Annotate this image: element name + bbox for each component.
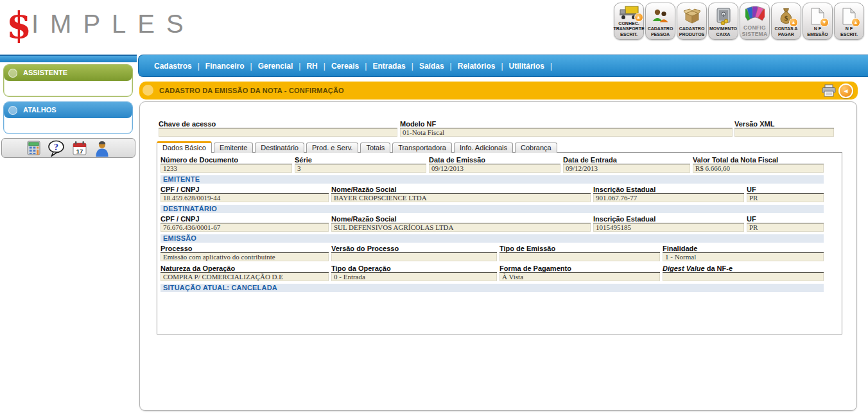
menu-separator: | bbox=[412, 62, 413, 71]
field-serie: Série 3 bbox=[295, 156, 426, 173]
field-modelo-nf: Modelo NF 01-Nota Fiscal bbox=[400, 120, 733, 137]
field-destinatario-inscricao-estadual: Inscrição Estadual 1015495185 bbox=[593, 215, 744, 232]
toolbar-button-conhec-transporte-escrit[interactable]: CONHEC. TRANSPORTE ESCRIT. bbox=[614, 3, 644, 40]
tab-transportadora[interactable]: Transportadora bbox=[392, 143, 452, 153]
row-operacao: Natureza da Operação COMPRA P/ COMERCIAL… bbox=[161, 264, 824, 281]
field-data-emissao: Data de Emissão 09/12/2013 bbox=[429, 156, 560, 173]
row-emitente: CPF / CNPJ 18.459.628/0019-44 Nome/Razão… bbox=[161, 186, 824, 202]
field-emitente-uf: UF PR bbox=[747, 186, 824, 202]
field-digest-value: Digest Value da NF-e bbox=[663, 264, 824, 281]
menu-separator: | bbox=[324, 62, 326, 71]
form-tabs: Dados Básico Emitente Destinatário Prod.… bbox=[157, 141, 557, 153]
svg-text:?: ? bbox=[54, 142, 58, 152]
sidebar-assistente-header[interactable]: ASSISTENTE bbox=[4, 65, 132, 81]
page-titlebar: CADASTRO DA EMISSÃO DA NOTA - CONFIRMAÇÃ… bbox=[139, 82, 858, 100]
field-processo: Processo Emissão com aplicativo do contr… bbox=[161, 245, 329, 261]
menu-item-cereais[interactable]: Cereais bbox=[331, 62, 359, 71]
section-header-emitente: EMITENTE bbox=[161, 175, 824, 184]
svg-text:$: $ bbox=[785, 13, 788, 21]
toolbar-button-label: CONHEC. TRANSPORTE ESCRIT. bbox=[613, 21, 644, 37]
palette-icon bbox=[745, 4, 765, 24]
up-arrow-badge-icon bbox=[789, 18, 798, 27]
toolbar-button-nf-emissao[interactable]: N F EMISSÃO bbox=[803, 3, 833, 40]
toolbar-button-label: CONFIG SISTEMA bbox=[742, 24, 768, 37]
document-down-icon bbox=[810, 6, 825, 26]
tab-totais[interactable]: Totais bbox=[360, 143, 390, 153]
sidebar-panel-atalhos: ATALHOS bbox=[3, 101, 133, 134]
row-destinatario: CPF / CNPJ 76.676.436/0001-67 Nome/Razão… bbox=[161, 215, 824, 232]
menu-separator: | bbox=[250, 62, 252, 71]
field-natureza-operacao: Natureza da Operação COMPRA P/ COMERCIAL… bbox=[161, 264, 329, 281]
titlebar-actions bbox=[821, 83, 853, 98]
menu-separator: | bbox=[198, 62, 200, 71]
tab-info-adicionais[interactable]: Info. Adicionais bbox=[454, 143, 513, 153]
tab-dados-basico[interactable]: Dados Básico bbox=[157, 141, 212, 153]
section-header-destinatario: DESTINATÁRIO bbox=[161, 205, 824, 213]
field-destinatario-nome: Nome/Razão Social SUL DEFENSIVOS AGRÍCOL… bbox=[331, 215, 591, 232]
toolbar-button-label: CADASTRO PESSOA bbox=[648, 26, 673, 37]
logo-dollar-icon: $ bbox=[6, 4, 31, 46]
field-value bbox=[734, 128, 834, 137]
calculator-icon[interactable] bbox=[27, 141, 40, 155]
toolbar-button-nf-escrit[interactable]: N F ESCRIT. bbox=[834, 3, 864, 40]
svg-text:17: 17 bbox=[76, 147, 83, 154]
field-destinatario-uf: UF PR bbox=[747, 215, 824, 232]
toolbar-button-label: CADASTRO PRODUTOS bbox=[679, 26, 705, 37]
print-icon[interactable] bbox=[821, 84, 837, 97]
menu-item-financeiro[interactable]: Financeiro bbox=[205, 62, 245, 71]
field-data-entrada: Data de Entrada 09/12/2013 bbox=[563, 156, 690, 173]
menu-item-relatorios[interactable]: Relatórios bbox=[458, 62, 496, 71]
field-tipo-emissao: Tipo de Emissão bbox=[499, 245, 660, 261]
safe-icon bbox=[715, 6, 732, 26]
toolbar-button-label: N F EMISSÃO bbox=[807, 26, 828, 37]
section-header-situacao-atual: SITUAÇÃO ATUAL: CANCELADA bbox=[161, 284, 824, 292]
row-documento: Número de Documento 1233 Série 3 Data de… bbox=[161, 156, 824, 173]
sidebar-top-strip bbox=[0, 55, 137, 62]
toolbar-button-label: N F ESCRIT. bbox=[840, 26, 858, 37]
menu-item-gerencial[interactable]: Gerencial bbox=[258, 62, 293, 71]
field-emitente-inscricao-estadual: Inscrição Estadual 901.067.76-77 bbox=[593, 186, 744, 202]
main-menubar: Cadastros| Financeiro| Gerencial| RH| Ce… bbox=[138, 55, 868, 77]
sidebar-iconbar: ? 17 bbox=[1, 138, 135, 158]
field-forma-pagamento: Forma de Pagamento À Vista bbox=[499, 264, 660, 281]
menu-item-cadastros[interactable]: Cadastros bbox=[154, 62, 192, 71]
menu-separator: | bbox=[299, 62, 300, 71]
field-emitente-nome: Nome/Razão Social BAYER CROPSCIENCE LTDA bbox=[331, 186, 591, 202]
up-arrow-badge-icon bbox=[851, 18, 860, 27]
section-header-emissao: EMISSÃO bbox=[161, 234, 824, 243]
field-versao-processo: Versão do Processo bbox=[331, 245, 497, 261]
tab-prod-e-serv[interactable]: Prod. e Serv. bbox=[306, 143, 358, 153]
sidebar-atalhos-header[interactable]: ATALHOS bbox=[4, 102, 132, 118]
main-toolbar: CONHEC. TRANSPORTE ESCRIT. CADASTRO PESS… bbox=[614, 3, 864, 40]
menu-separator: | bbox=[450, 62, 452, 71]
app-logo: $IMPLES bbox=[6, 4, 195, 46]
tab-destinatario[interactable]: Destinatário bbox=[255, 143, 304, 153]
toolbar-button-cadastro-pessoa[interactable]: CADASTRO PESSOA bbox=[645, 3, 675, 40]
calendar-icon[interactable]: 17 bbox=[72, 141, 87, 156]
menu-item-rh[interactable]: RH bbox=[306, 62, 317, 71]
up-arrow-badge-icon bbox=[634, 13, 643, 22]
back-button-icon[interactable] bbox=[838, 83, 853, 98]
field-versao-xml: Versão XML bbox=[734, 120, 834, 137]
user-icon[interactable] bbox=[94, 140, 110, 157]
field-tipo-operacao: Tipo da Operação 0 - Entrada bbox=[331, 264, 497, 281]
help-icon[interactable]: ? bbox=[48, 140, 65, 157]
menu-item-utilitarios[interactable]: Utilitários bbox=[509, 62, 544, 71]
toolbar-button-cadastro-produtos[interactable]: CADASTRO PRODUTOS bbox=[677, 3, 707, 40]
toolbar-button-movimento-caixa[interactable]: MOVIMENTO CAIXA bbox=[708, 3, 738, 40]
field-destinatario-cpf-cnpj: CPF / CNPJ 76.676.436/0001-67 bbox=[161, 215, 329, 232]
field-numero-documento: Número de Documento 1233 bbox=[161, 156, 292, 173]
tab-emitente[interactable]: Emitente bbox=[214, 143, 253, 153]
moneybag-icon: $ bbox=[778, 6, 794, 26]
menu-item-entradas[interactable]: Entradas bbox=[372, 62, 405, 71]
field-finalidade: Finalidade 1 - Normal bbox=[663, 245, 824, 261]
menu-item-saidas[interactable]: Saídas bbox=[419, 62, 444, 71]
tab-content-dados-basico: Número de Documento 1233 Série 3 Data de… bbox=[157, 152, 842, 334]
toolbar-button-contas-a-pagar[interactable]: $ CONTAS A PAGAR bbox=[771, 3, 801, 40]
people-icon bbox=[652, 6, 669, 26]
toolbar-button-label: MOVIMENTO CAIXA bbox=[709, 26, 737, 37]
toolbar-button-config-sistema[interactable]: CONFIG SISTEMA bbox=[740, 3, 770, 40]
box-icon bbox=[683, 6, 701, 26]
tab-cobranca[interactable]: Cobrança bbox=[515, 143, 557, 153]
sidebar-panel-assistente: ASSISTENTE bbox=[3, 64, 133, 97]
